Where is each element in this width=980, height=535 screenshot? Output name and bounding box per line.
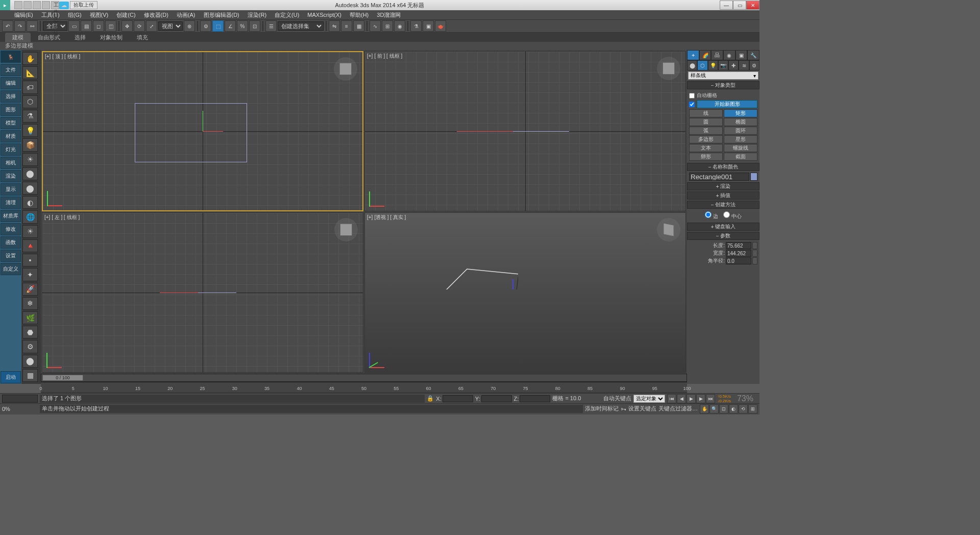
close-button[interactable]: ✕: [746, 1, 760, 10]
section-button[interactable]: 截面: [724, 153, 757, 161]
align-icon[interactable]: ≡: [341, 20, 352, 32]
menu-item[interactable]: 动画(A): [173, 10, 200, 20]
qat-btn[interactable]: [33, 1, 41, 9]
menu-item[interactable]: 视图(V): [86, 10, 113, 20]
pivot-icon[interactable]: ⊕: [184, 20, 195, 32]
ribbon-tab[interactable]: 选择: [67, 33, 93, 42]
workspace-dropdown[interactable]: 工作区: 默认: [51, 1, 59, 9]
select-name-icon[interactable]: ▤: [81, 20, 92, 32]
orbit-icon[interactable]: ⟲: [739, 404, 748, 414]
menu-item[interactable]: MAXScript(X): [303, 11, 346, 19]
goto-end-icon[interactable]: ⏭: [706, 394, 715, 403]
tool-icon[interactable]: •: [22, 254, 38, 266]
x-coord-input[interactable]: [443, 395, 473, 402]
systems-icon[interactable]: ⚙: [749, 60, 760, 70]
left-btn[interactable]: 自定义: [1, 263, 21, 275]
ngon-button[interactable]: 多边形: [689, 135, 723, 143]
viewcube[interactable]: [334, 218, 358, 241]
width-input[interactable]: [726, 250, 751, 257]
left-btn[interactable]: 灯光: [1, 143, 21, 156]
cloud-icon[interactable]: ☁: [59, 2, 69, 9]
autokey-button[interactable]: 自动关键点: [603, 395, 631, 402]
left-btn[interactable]: 图形: [1, 104, 21, 116]
tool-icon[interactable]: 📐: [22, 66, 38, 79]
rect-select-icon[interactable]: ◻: [93, 20, 104, 32]
spinner[interactable]: [752, 257, 757, 264]
helix-button[interactable]: 螺旋线: [724, 144, 757, 152]
viewcube[interactable]: [334, 57, 357, 81]
tool-icon[interactable]: 🏷: [22, 81, 38, 93]
qat-btn[interactable]: [23, 1, 32, 9]
tool-icon[interactable]: ☀: [22, 153, 38, 166]
tool-icon[interactable]: ⬤: [22, 355, 38, 368]
spinner-snap-icon[interactable]: ⊡: [249, 20, 260, 32]
left-btn[interactable]: 清理: [1, 197, 21, 209]
addmarker-button[interactable]: 添加时间标记: [585, 405, 619, 412]
setkey-button[interactable]: 设置关键点: [628, 405, 656, 412]
viewport-left[interactable]: [+] [ 左 ] [ 线框 ]: [42, 212, 363, 373]
rollout-header[interactable]: + 键盘输入: [687, 223, 760, 231]
circle-button[interactable]: 圆: [689, 118, 723, 126]
schematic-icon[interactable]: ⊞: [382, 20, 393, 32]
tool-icon[interactable]: 🌐: [22, 210, 38, 223]
left-btn[interactable]: 显示: [1, 183, 21, 196]
rectangle-button[interactable]: 矩形: [724, 109, 757, 117]
center-radio[interactable]: 中心: [723, 211, 742, 220]
viewcube[interactable]: [657, 218, 680, 241]
tool-icon[interactable]: ✋: [22, 52, 38, 65]
y-coord-input[interactable]: [481, 395, 512, 402]
ribbon-tab[interactable]: 对象绘制: [93, 33, 130, 42]
tool-icon[interactable]: ✦: [22, 268, 38, 281]
prev-frame-icon[interactable]: ◀: [677, 394, 686, 403]
tool-icon[interactable]: 💡: [22, 124, 38, 137]
tool-icon[interactable]: ⚗: [22, 110, 38, 123]
hierarchy-tab-icon[interactable]: 品: [711, 50, 723, 60]
category-dropdown[interactable]: 样条线▾: [688, 71, 758, 80]
rollout-header[interactable]: − 名称和颜色: [687, 163, 760, 171]
viewport-label[interactable]: [+] [透视 ] [ 真实 ]: [367, 214, 406, 221]
layer-icon[interactable]: ▦: [353, 20, 364, 32]
viewport-top[interactable]: [+] [ 顶 ] [ 线框 ]: [42, 51, 363, 211]
menu-item[interactable]: 渲染(R): [243, 10, 271, 20]
line-button[interactable]: 线: [689, 109, 723, 117]
tool-icon[interactable]: ◐: [22, 196, 38, 209]
viewport-front[interactable]: [+] [ 前 ] [ 线框 ]: [364, 51, 686, 211]
time-ruler[interactable]: 0510152025303540455055606570758085909510…: [41, 382, 687, 392]
tool-icon[interactable]: 🔺: [22, 239, 38, 252]
select-icon[interactable]: ▭: [68, 20, 80, 32]
rollout-header[interactable]: + 插值: [687, 191, 760, 200]
render-icon[interactable]: 🫖: [435, 20, 446, 32]
left-btn[interactable]: 修改: [1, 223, 21, 235]
window-cross-icon[interactable]: ◫: [105, 20, 116, 32]
tool-icon[interactable]: ⚙: [22, 340, 38, 353]
display-tab-icon[interactable]: ▣: [736, 50, 748, 60]
share-button[interactable]: 拾取上传: [70, 1, 97, 9]
cameras-icon[interactable]: 📷: [718, 60, 728, 70]
menu-item[interactable]: 自定义(U): [271, 10, 303, 20]
tool-icon[interactable]: ▦: [22, 369, 38, 382]
mirror-icon[interactable]: ⇋: [329, 20, 340, 32]
curve-editor-icon[interactable]: ∿: [370, 20, 381, 32]
tool-icon[interactable]: 📦: [22, 138, 38, 151]
length-input[interactable]: [726, 242, 751, 249]
rotate-icon[interactable]: ⟳: [134, 20, 145, 32]
viewport-label[interactable]: [+] [ 前 ] [ 线框 ]: [367, 53, 402, 60]
left-btn[interactable]: 材质: [1, 130, 21, 142]
tool-icon[interactable]: 🚀: [22, 283, 38, 296]
viewport-perspective[interactable]: [+] [透视 ] [ 真实 ]: [364, 212, 686, 373]
tool-icon[interactable]: ❄: [22, 297, 38, 310]
color-swatch[interactable]: [750, 173, 757, 181]
menu-item[interactable]: 创建(C): [112, 10, 139, 20]
rollout-header[interactable]: − 创建方法: [687, 201, 760, 209]
menu-item[interactable]: 帮助(H): [346, 10, 373, 20]
autogrid-check[interactable]: [689, 93, 695, 99]
helpers-icon[interactable]: ✚: [728, 60, 739, 70]
tool-icon[interactable]: ☀: [22, 225, 38, 238]
time-thumb[interactable]: 0 / 100: [42, 375, 83, 381]
spinner[interactable]: [752, 242, 757, 249]
rollout-header[interactable]: + 渲染: [687, 182, 760, 190]
object-name-input[interactable]: [689, 173, 749, 181]
motion-tab-icon[interactable]: ◉: [723, 50, 736, 60]
left-btn[interactable]: 选择: [1, 90, 21, 103]
text-button[interactable]: 文本: [689, 144, 723, 152]
